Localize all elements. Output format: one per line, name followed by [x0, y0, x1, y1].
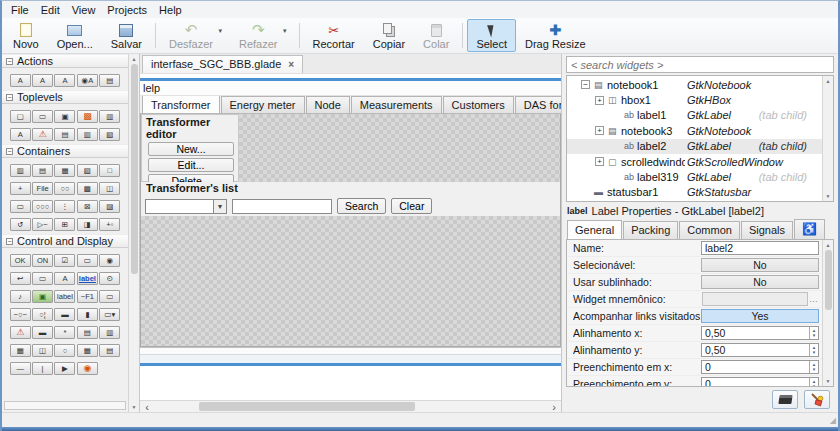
palette-widget-icon[interactable]: ▦	[77, 344, 98, 357]
palette-widget-icon[interactable]: OK	[10, 254, 31, 267]
property-control[interactable]: 0	[701, 377, 819, 386]
palette-widget-icon[interactable]: ⋮	[54, 200, 75, 213]
toolbar-button[interactable]: ▾ Open...	[48, 19, 102, 52]
tree-row[interactable]: + ▢ scrolledwindow24 GtkScrolledWindow	[567, 154, 822, 169]
tree-row[interactable]: ab label2 GtkLabel (tab child)	[567, 139, 822, 154]
property-control[interactable]: No	[701, 258, 819, 272]
ellipsis-button[interactable]: …	[808, 294, 819, 304]
devhelp-button[interactable]	[772, 390, 798, 409]
palette-widget-icon[interactable]: ▧	[99, 128, 120, 141]
palette-widget-icon[interactable]: ▥	[77, 128, 98, 141]
palette-widget-icon[interactable]: ○○	[54, 182, 75, 195]
palette-widget-icon[interactable]: ▨	[99, 200, 120, 213]
palette-widget-icon[interactable]: ▷−	[32, 218, 53, 231]
scroll-left-icon[interactable]	[140, 402, 154, 412]
collapse-icon[interactable]: −	[6, 58, 13, 65]
palette-widget-icon[interactable]: ON	[32, 254, 53, 267]
spin-buttons-icon[interactable]	[809, 378, 818, 386]
editor-button[interactable]: Edit...	[148, 158, 234, 172]
palette-widget-icon[interactable]: ▤	[77, 326, 98, 339]
palette-widget-icon[interactable]: A	[10, 74, 31, 87]
property-control[interactable]	[702, 292, 808, 306]
search-entry[interactable]	[232, 199, 332, 214]
palette-widget-icon[interactable]: —	[10, 362, 31, 375]
palette-widget-icon[interactable]: ▤	[99, 74, 120, 87]
workspace-horizontal-scrollbar[interactable]	[140, 400, 561, 412]
palette-widget-icon[interactable]: ▬	[54, 308, 75, 321]
menu-item[interactable]: View	[66, 3, 102, 17]
palette-widget-icon[interactable]: ◉	[99, 254, 120, 267]
palette-widget-icon[interactable]: □	[99, 164, 120, 177]
properties-tab[interactable]	[794, 219, 825, 239]
designed-notebook-tab[interactable]: Energy meter	[221, 96, 305, 113]
palette-section-actions[interactable]: − Actions	[2, 54, 128, 68]
designed-statusbar-placeholder[interactable]	[140, 347, 561, 355]
palette-widget-icon[interactable]: ▬	[32, 326, 53, 339]
palette-vertical-scrollbar[interactable]	[128, 54, 139, 412]
property-control[interactable]: 0,50	[701, 343, 819, 357]
palette-widget-icon[interactable]: A	[10, 128, 31, 141]
property-control[interactable]: Yes	[701, 309, 819, 323]
scroll-down-icon[interactable]	[132, 402, 137, 412]
menu-item[interactable]: Help	[153, 3, 188, 17]
scroll-up-icon[interactable]	[826, 240, 831, 250]
editor-button[interactable]: New...	[148, 142, 234, 156]
palette-widget-icon[interactable]: ◫	[32, 344, 53, 357]
designed-notebook-tab[interactable]: Node	[306, 96, 350, 113]
palette-widget-icon[interactable]: ▩	[77, 110, 98, 123]
palette-widget-icon[interactable]: ▧	[77, 164, 98, 177]
palette-widget-icon[interactable]: ↺	[10, 218, 31, 231]
resize-grip-icon[interactable]: ◢	[830, 416, 836, 425]
palette-widget-icon[interactable]: ⊙	[99, 272, 120, 285]
spin-buttons-icon[interactable]	[809, 327, 818, 339]
toolbar-button[interactable]: ▾ Recortar	[304, 19, 364, 52]
palette-widget-icon[interactable]: ⊠	[77, 200, 98, 213]
tree-row[interactable]: ▬ statusbar1 GtkStatusbar	[567, 185, 822, 200]
clear-button[interactable]: Clear	[391, 198, 432, 214]
scroll-down-icon[interactable]	[826, 191, 831, 201]
palette-section-toplevels[interactable]: − Toplevels	[2, 90, 128, 104]
palette-widget-icon[interactable]: +▫	[99, 218, 120, 231]
palette-widget-icon[interactable]: ▭	[32, 110, 53, 123]
palette-widget-icon[interactable]: ▥	[99, 326, 120, 339]
palette-widget-icon[interactable]: ▣	[54, 110, 75, 123]
palette-widget-icon[interactable]: ▥	[10, 164, 31, 177]
tree-row[interactable]: + ▤ notebook3 GtkNotebook	[567, 123, 822, 138]
menu-item[interactable]: File	[5, 3, 35, 17]
toolbar-button[interactable]: ▾ Drag Resize	[516, 19, 595, 52]
palette-widget-icon[interactable]: label	[54, 290, 75, 303]
designed-menubar[interactable]: lelp	[140, 81, 561, 96]
collapse-icon[interactable]: −	[6, 148, 13, 155]
properties-tab[interactable]: Signals	[741, 221, 793, 239]
toolbar-button[interactable]: ▾ Refazer	[230, 19, 287, 52]
palette-widget-icon[interactable]: ⊞	[54, 218, 75, 231]
palette-widget-icon[interactable]: ▥	[99, 110, 120, 123]
properties-tab[interactable]: Common	[679, 221, 740, 239]
property-control[interactable]: No	[701, 275, 819, 289]
designed-notebook-tab[interactable]: Measurements	[351, 96, 442, 113]
palette-section-control-display[interactable]: − Control and Display	[2, 234, 128, 248]
spin-buttons-icon[interactable]	[809, 344, 818, 356]
toolbar-button[interactable]: ▾ Desfazer	[160, 19, 222, 52]
empty-placeholder[interactable]	[141, 216, 560, 346]
scroll-up-icon[interactable]	[132, 54, 137, 64]
palette-widget-icon[interactable]: ♪	[10, 290, 31, 303]
combo-arrow-icon[interactable]	[213, 200, 226, 213]
palette-widget-icon[interactable]: ▤	[54, 128, 75, 141]
menu-item[interactable]: Projects	[101, 3, 153, 17]
tree-row[interactable]: − ▤ notebook1 GtkNotebook	[567, 77, 822, 92]
tree-expander-icon[interactable]: −	[581, 80, 590, 89]
palette-widget-icon[interactable]: |	[32, 362, 53, 375]
tree-expander-icon[interactable]: +	[595, 126, 604, 135]
palette-widget-icon[interactable]: ⚠	[32, 128, 53, 141]
palette-widget-icon[interactable]: ○○○	[32, 200, 53, 213]
search-button[interactable]: Search	[337, 198, 386, 214]
palette-widget-icon[interactable]: ▮	[77, 308, 98, 321]
palette-widget-icon[interactable]: ▭	[77, 254, 98, 267]
collapse-icon[interactable]: −	[6, 238, 13, 245]
palette-widget-icon[interactable]: ◉	[77, 362, 98, 375]
palette-widget-icon[interactable]: ▤	[32, 164, 53, 177]
document-tab[interactable]: interfase_SGC_BBB.glade ×	[142, 55, 303, 73]
empty-placeholder[interactable]	[239, 114, 560, 182]
palette-widget-icon[interactable]: ▭	[32, 272, 53, 285]
